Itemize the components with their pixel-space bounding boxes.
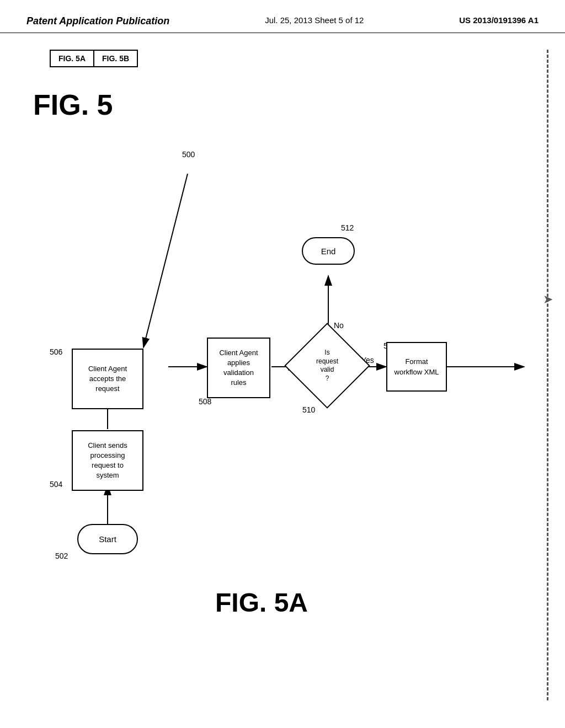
- end-node: End: [302, 237, 355, 265]
- node-506-label: 506: [50, 347, 62, 356]
- svg-text:510: 510: [302, 405, 316, 414]
- svg-text:512: 512: [341, 223, 354, 232]
- fig-selector-boxes: FIG. 5A FIG. 5B: [50, 50, 138, 67]
- node-502-label: 502: [55, 552, 68, 560]
- publication-date-sheet: Jul. 25, 2013 Sheet 5 of 12: [265, 15, 364, 25]
- page-header: Patent Application Publication Jul. 25, …: [0, 0, 565, 33]
- fig-5a-box: FIG. 5A: [51, 51, 94, 66]
- node-508-label: 508: [199, 397, 211, 406]
- diamond-510: Is request valid ?: [297, 335, 358, 396]
- publication-label: Patent Application Publication: [26, 15, 169, 27]
- box-514: Format workflow XML: [386, 342, 447, 392]
- dashed-line-arrow: ➤: [543, 292, 553, 307]
- fig-5b-box: FIG. 5B: [94, 51, 137, 66]
- fig-5-label: FIG. 5: [33, 88, 113, 121]
- box-506: Client Agent accepts the request: [72, 349, 143, 409]
- node-504-label: 504: [50, 480, 62, 489]
- svg-text:No: No: [334, 321, 344, 330]
- box-508: Client Agent applies validation rules: [207, 338, 270, 398]
- publication-number: US 2013/0191396 A1: [459, 15, 539, 25]
- svg-text:500: 500: [182, 150, 195, 159]
- page-content: FIG. 5A FIG. 5B FIG. 5 ➤: [0, 33, 565, 717]
- start-node: Start: [77, 524, 138, 554]
- dashed-separator-line: [547, 50, 548, 700]
- svg-line-6: [143, 174, 188, 347]
- box-504: Client sends processing request to syste…: [72, 430, 143, 491]
- fig-5a-bottom-label: FIG. 5A: [215, 587, 308, 618]
